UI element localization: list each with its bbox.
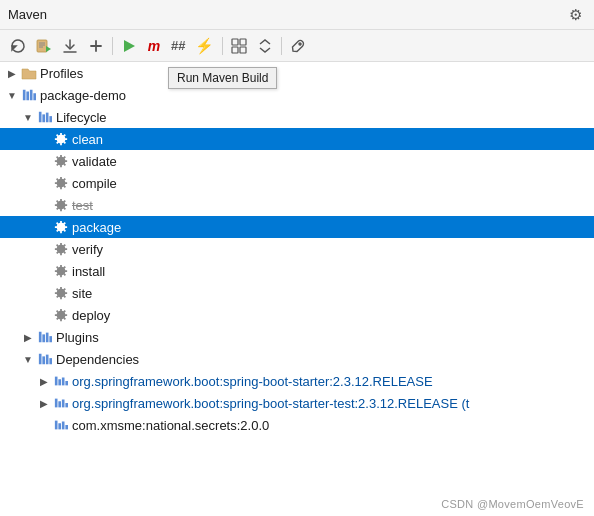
tree-item-label: clean xyxy=(72,132,103,147)
run-config-button[interactable] xyxy=(32,35,56,57)
show-deps-button[interactable] xyxy=(227,35,251,57)
tree-item-verify[interactable]: verify xyxy=(0,238,594,260)
chevron-icon: ▼ xyxy=(4,90,20,101)
svg-marker-10 xyxy=(124,40,135,52)
svg-rect-21 xyxy=(42,114,45,122)
run-button[interactable] xyxy=(117,35,141,57)
svg-rect-16 xyxy=(23,90,26,101)
svg-rect-35 xyxy=(65,381,68,385)
tree-item-plugins[interactable]: ▶ Plugins xyxy=(0,326,594,348)
tree-item-dep1[interactable]: ▶ org.springframework.boot:spring-boot-s… xyxy=(0,370,594,392)
gear-icon xyxy=(52,307,70,323)
separator-2 xyxy=(222,37,223,55)
gear-icon xyxy=(52,219,70,235)
maven-icon xyxy=(20,87,38,103)
svg-rect-30 xyxy=(46,355,49,365)
tree-item-test[interactable]: test xyxy=(0,194,594,216)
svg-rect-25 xyxy=(42,334,45,342)
gear-icon xyxy=(52,197,70,213)
svg-rect-14 xyxy=(240,47,246,53)
collapse-all-button[interactable] xyxy=(253,35,277,57)
tree-item-label: test xyxy=(72,198,93,213)
gear-icon xyxy=(52,285,70,301)
skip-tests-button[interactable]: ⚡ xyxy=(191,34,218,58)
maven-goal-button[interactable]: m xyxy=(143,35,165,57)
tree-item-label: Profiles xyxy=(40,66,83,81)
chevron-icon: ▶ xyxy=(4,68,20,79)
svg-marker-5 xyxy=(46,46,51,52)
watermark: CSDN @MovemOemVeovE xyxy=(441,498,584,510)
toggle-offline-button[interactable]: ## xyxy=(167,35,189,56)
tree-item-label: site xyxy=(72,286,92,301)
tree-item-label: package-demo xyxy=(40,88,126,103)
gear-icon xyxy=(52,131,70,147)
tree-item-package[interactable]: package xyxy=(0,216,594,238)
svg-rect-32 xyxy=(55,377,58,386)
maven-settings-button[interactable] xyxy=(286,35,310,57)
svg-rect-29 xyxy=(42,356,45,364)
svg-rect-41 xyxy=(58,423,61,429)
tree-item-install[interactable]: install xyxy=(0,260,594,282)
gear-icon xyxy=(52,263,70,279)
folder-icon xyxy=(20,65,38,81)
gear-icon xyxy=(52,241,70,257)
svg-rect-42 xyxy=(62,422,65,430)
tree-item-label: com.xmsme:national.secrets:2.0.0 xyxy=(72,418,269,433)
svg-rect-40 xyxy=(55,421,58,430)
tree-item-label: deploy xyxy=(72,308,110,323)
run-maven-build-tooltip: Run Maven Build xyxy=(168,67,277,89)
toolbar: m ## ⚡ xyxy=(0,30,594,62)
svg-rect-36 xyxy=(55,399,58,408)
tree-item-label: Lifecycle xyxy=(56,110,107,125)
svg-rect-24 xyxy=(39,332,42,343)
chevron-icon: ▼ xyxy=(20,354,36,365)
tree-item-validate[interactable]: validate xyxy=(0,150,594,172)
tree-item-clean[interactable]: clean xyxy=(0,128,594,150)
svg-rect-12 xyxy=(240,39,246,45)
chevron-icon: ▶ xyxy=(36,376,52,387)
svg-point-15 xyxy=(299,43,301,45)
plugins-icon xyxy=(36,329,54,345)
svg-rect-17 xyxy=(26,92,29,101)
tree-item-profiles[interactable]: ▶ Profiles xyxy=(0,62,594,84)
gear-icon xyxy=(52,175,70,191)
tree-item-label: package xyxy=(72,220,121,235)
tree-item-site[interactable]: site xyxy=(0,282,594,304)
refresh-button[interactable] xyxy=(6,35,30,57)
svg-rect-1 xyxy=(37,40,47,52)
chevron-icon: ▶ xyxy=(20,332,36,343)
tree-item-lifecycle[interactable]: ▼ Lifecycle xyxy=(0,106,594,128)
tree-item-label: install xyxy=(72,264,105,279)
separator-1 xyxy=(112,37,113,55)
svg-rect-27 xyxy=(49,336,52,342)
tree-item-label: org.springframework.boot:spring-boot-sta… xyxy=(72,396,469,411)
svg-rect-43 xyxy=(65,425,68,429)
tree-item-label: validate xyxy=(72,154,117,169)
svg-rect-18 xyxy=(30,90,33,101)
tree-item-dep2[interactable]: ▶ org.springframework.boot:spring-boot-s… xyxy=(0,392,594,414)
chevron-icon: ▶ xyxy=(36,398,52,409)
chevron-icon: ▼ xyxy=(20,112,36,123)
add-button[interactable] xyxy=(84,35,108,57)
tree-item-package-demo[interactable]: ▼ package-demo xyxy=(0,84,594,106)
bar-icon xyxy=(52,395,70,411)
tree-item-label: Plugins xyxy=(56,330,99,345)
svg-rect-28 xyxy=(39,354,42,365)
svg-marker-0 xyxy=(12,46,16,50)
download-button[interactable] xyxy=(58,35,82,57)
tree-item-dep3[interactable]: com.xmsme:national.secrets:2.0.0 xyxy=(0,414,594,436)
deps-icon xyxy=(36,351,54,367)
tree-item-label: org.springframework.boot:spring-boot-sta… xyxy=(72,374,433,389)
svg-rect-38 xyxy=(62,400,65,408)
lifecycle-icon xyxy=(36,109,54,125)
title-bar-actions: ⚙ xyxy=(565,4,586,26)
tree-item-deploy[interactable]: deploy xyxy=(0,304,594,326)
svg-rect-13 xyxy=(232,47,238,53)
tree-item-dependencies[interactable]: ▼ Dependencies xyxy=(0,348,594,370)
tree-item-compile[interactable]: compile xyxy=(0,172,594,194)
bar-icon xyxy=(52,417,70,433)
tree-item-label: Dependencies xyxy=(56,352,139,367)
settings-icon[interactable]: ⚙ xyxy=(565,4,586,26)
svg-rect-37 xyxy=(58,401,61,407)
title-bar: Maven ⚙ xyxy=(0,0,594,30)
